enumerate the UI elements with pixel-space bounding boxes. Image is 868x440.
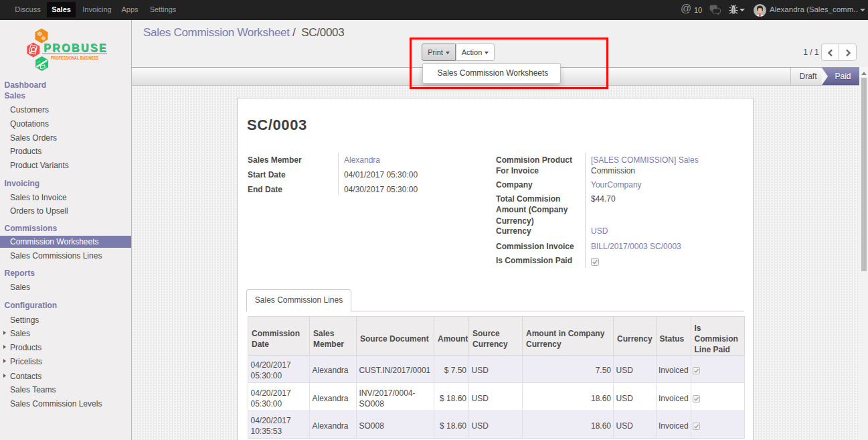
svg-text:PROFESSIONAL BUSINESS: PROFESSIONAL BUSINESS <box>51 56 98 60</box>
svg-text:PROBUSE: PROBUSE <box>44 42 108 54</box>
